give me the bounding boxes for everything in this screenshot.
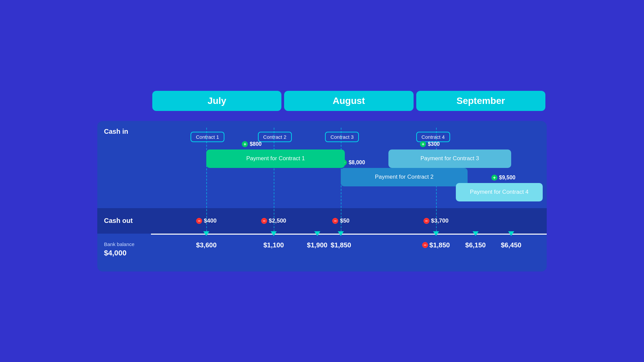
cashout-item-2: − $2,500 (261, 218, 286, 224)
cash-out-content: − $400 − $2,500 − $50 − $3,700 (151, 214, 547, 228)
balance-section: Bank balance $4,000 $3,600 $1,100 $1,900… (97, 235, 547, 265)
bar-contract1: Payment for Contract 1 (206, 149, 345, 168)
month-august: August (284, 91, 413, 111)
amount-contract1: + $800 (242, 141, 262, 147)
balance-val-6: $6,150 (465, 241, 486, 249)
balance-val-1: $3,600 (196, 241, 217, 249)
month-headers: July August September (151, 91, 547, 111)
balance-values: $3,600 $1,100 $1,900 $1,850 − $1,850 $6,… (151, 241, 547, 261)
bar-contract3: Payment for Contract 3 (388, 149, 511, 168)
arrow-1 (203, 231, 209, 236)
initial-balance: $4,000 (104, 249, 151, 257)
balance-val-5: − $1,850 (422, 241, 450, 249)
arrow-2 (271, 231, 277, 236)
arrow-4 (338, 231, 344, 236)
balance-val-2: $1,100 (263, 241, 284, 249)
cash-out-label: Cash out (97, 217, 151, 225)
chart-area: Cash in Contract 1 Contract 2 Contract 3 (97, 121, 547, 272)
month-september: September (416, 91, 545, 111)
cash-out-section: Cash out − $400 − $2,500 − $50 − $3,700 (97, 208, 547, 234)
amount-contract3: + $300 (420, 141, 440, 147)
balance-label: Bank balance (104, 241, 135, 247)
balance-val-7: $6,450 (501, 241, 521, 249)
chart-container: July August September Cash in Contract 1… (97, 91, 547, 272)
arrow-3 (314, 231, 320, 236)
arrow-6 (473, 231, 479, 236)
cashout-item-4: − $3,700 (423, 218, 448, 224)
balance-val-4: $1,850 (331, 241, 351, 249)
contract-4-tag: Contract 4 (416, 132, 450, 142)
arrow-7 (508, 231, 514, 236)
arrow-5 (433, 231, 439, 236)
bar-contract2: Payment for Contract 2 (341, 168, 468, 186)
cash-in-label: Cash in (97, 128, 151, 208)
cashout-item-1: − $400 (196, 218, 217, 224)
contract-1-tag: Contract 1 (191, 132, 224, 142)
balance-label-area: Bank balance $4,000 (97, 241, 151, 257)
contract-2-tag: Contract 2 (258, 132, 292, 142)
month-july: July (152, 91, 281, 111)
cashout-item-3: − $50 (332, 218, 350, 224)
amount-contract4: + $9,500 (491, 175, 516, 181)
balance-val-3: $1,900 (307, 241, 327, 249)
bar-contract4: Payment for Contract 4 (456, 183, 543, 201)
contract-3-tag: Contract 3 (325, 132, 359, 142)
divider-line (151, 234, 547, 235)
